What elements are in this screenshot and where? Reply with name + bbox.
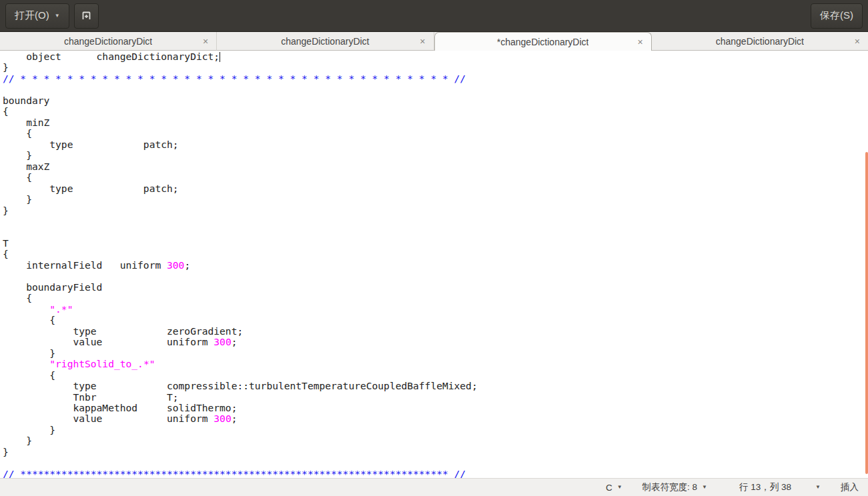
code-line: internalField uniform 300;	[3, 260, 868, 271]
code-line: boundary	[3, 95, 868, 106]
tab-close-icon[interactable]: ×	[420, 37, 425, 46]
gedit-window: 打开(O) ▼ 保存(S) changeDictionaryDict × cha…	[0, 0, 868, 496]
code-line: }	[3, 425, 868, 435]
code-line: {	[3, 128, 868, 139]
open-button-label: 打开(O)	[15, 9, 49, 22]
tab-title: changeDictionaryDict	[281, 36, 369, 47]
code-line: {	[3, 106, 868, 117]
editor-tab-4[interactable]: changeDictionaryDict ×	[652, 32, 868, 51]
code-line: }	[3, 194, 868, 205]
code-line: {	[3, 315, 868, 325]
tab-title: *changeDictionaryDict	[497, 37, 589, 47]
chevron-down-icon: ▼	[617, 485, 622, 490]
code-line: {	[3, 172, 868, 183]
code-line	[3, 457, 868, 468]
code-line: type compressible::turbulentTemperatureC…	[3, 381, 868, 391]
position-dropdown[interactable]: ▼	[815, 485, 821, 490]
new-tab-button[interactable]	[74, 3, 99, 29]
code-line: type patch;	[3, 139, 868, 150]
open-button[interactable]: 打开(O) ▼	[5, 3, 69, 29]
code-line: // *************************************…	[3, 469, 868, 478]
new-document-icon	[81, 10, 92, 21]
editor-tab-1[interactable]: changeDictionaryDict ×	[0, 32, 217, 51]
editor-tab-2[interactable]: changeDictionaryDict ×	[217, 32, 434, 51]
chevron-down-icon: ▼	[702, 485, 707, 490]
code-area: object changeDictionaryDict;}// * * * * …	[0, 51, 868, 478]
status-bar: C ▼ 制表符宽度: 8 ▼ 行 13，列 38 ▼ 插入	[0, 478, 868, 496]
tab-bar: changeDictionaryDict × changeDictionaryD…	[0, 32, 868, 51]
code-line: "rightSolid_to_.*"	[3, 359, 868, 369]
code-line: {	[3, 249, 868, 259]
code-line: }	[3, 348, 868, 359]
insert-mode-indicator: 插入	[841, 481, 859, 493]
code-line: }	[3, 62, 868, 73]
code-line: }	[3, 435, 868, 446]
code-line: kappaMethod solidThermo;	[3, 403, 868, 413]
tab-close-icon[interactable]: ×	[855, 37, 860, 46]
code-line	[3, 84, 868, 95]
header-bar: 打开(O) ▼ 保存(S)	[0, 0, 868, 32]
code-line: value uniform 300;	[3, 337, 868, 347]
editor-area[interactable]: object changeDictionaryDict;}// * * * * …	[0, 51, 868, 478]
language-selector[interactable]: C ▼	[606, 483, 622, 493]
code-line: {	[3, 293, 868, 303]
code-line: type zeroGradient;	[3, 326, 868, 337]
chevron-down-icon: ▼	[55, 13, 60, 19]
code-line: ".*"	[3, 304, 868, 315]
code-line: maxZ	[3, 161, 868, 172]
header-right-group: 保存(S)	[811, 3, 863, 29]
vertical-scrollbar[interactable]	[865, 152, 868, 474]
tab-close-icon[interactable]: ×	[638, 37, 643, 47]
chevron-down-icon: ▼	[815, 485, 821, 490]
code-line: {	[3, 370, 868, 381]
code-line: }	[3, 150, 868, 161]
tab-title: changeDictionaryDict	[716, 36, 804, 47]
text-cursor	[220, 52, 220, 62]
code-line: // * * * * * * * * * * * * * * * * * * *…	[3, 73, 868, 84]
code-line: boundaryField	[3, 282, 868, 293]
code-line: }	[3, 205, 868, 216]
code-line: Tnbr T;	[3, 392, 868, 403]
save-button[interactable]: 保存(S)	[811, 3, 863, 29]
code-line	[3, 271, 868, 281]
code-line: object changeDictionaryDict;	[3, 51, 868, 62]
code-line: T	[3, 238, 868, 249]
language-label: C	[606, 483, 612, 493]
code-line	[3, 216, 868, 227]
tab-width-label: 制表符宽度: 8	[642, 481, 698, 493]
code-line: value uniform 300;	[3, 413, 868, 424]
code-line: }	[3, 447, 868, 457]
code-line: minZ	[3, 117, 868, 128]
header-left-group: 打开(O) ▼	[5, 3, 99, 29]
cursor-position: 行 13，列 38	[739, 481, 791, 493]
tab-title: changeDictionaryDict	[64, 36, 152, 47]
tab-close-icon[interactable]: ×	[203, 37, 208, 46]
editor-tab-3-active[interactable]: *changeDictionaryDict ×	[434, 32, 652, 51]
tab-width-selector[interactable]: 制表符宽度: 8 ▼	[642, 481, 707, 493]
code-line: type patch;	[3, 183, 868, 194]
code-line	[3, 227, 868, 238]
